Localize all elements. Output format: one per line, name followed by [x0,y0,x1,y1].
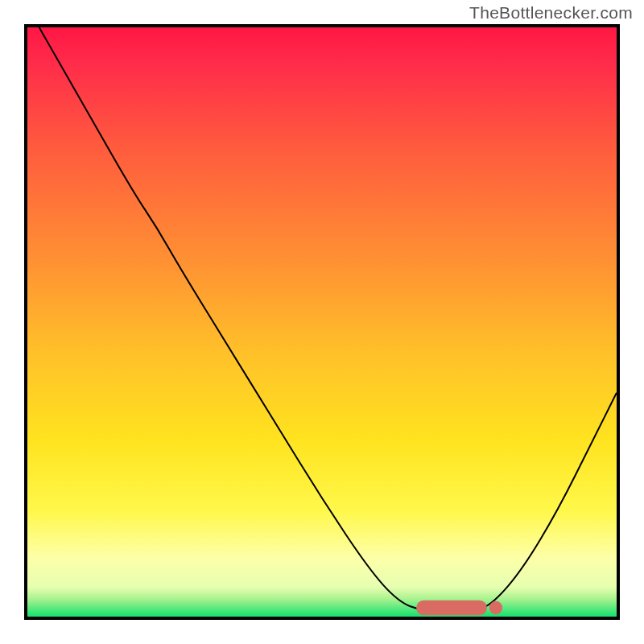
watermark-text: TheBottlenecker.com [469,3,633,23]
svg-rect-0 [416,601,487,615]
svg-point-1 [489,601,502,614]
gradient-background [27,27,617,617]
chart-svg [27,27,617,617]
chart-plot-area [24,24,620,620]
